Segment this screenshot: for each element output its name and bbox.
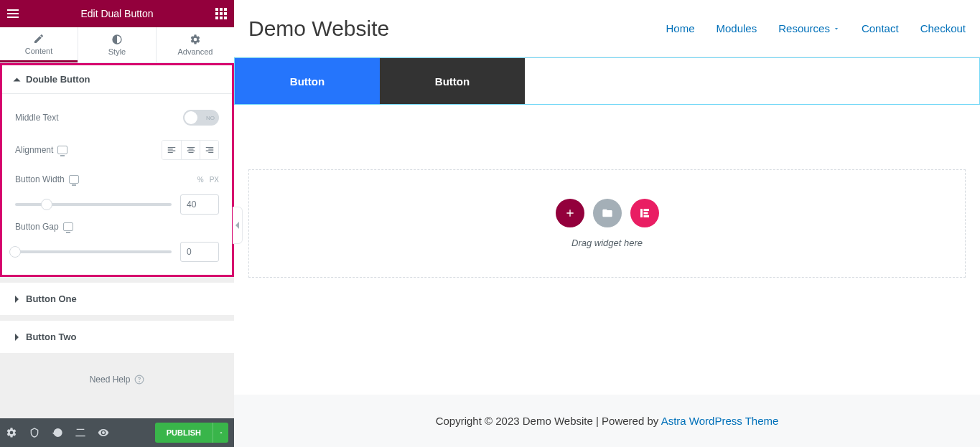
dual-button-widget[interactable]: Button Button (234, 57, 980, 105)
device-icon[interactable] (57, 146, 67, 154)
editor-tabs: Content Style Advanced (0, 27, 234, 63)
chevron-down-icon (833, 25, 840, 32)
gear-icon (190, 34, 201, 45)
alignment-label: Alignment (15, 145, 67, 155)
tab-content[interactable]: Content (0, 27, 78, 62)
footer-theme-link[interactable]: Astra WordPress Theme (661, 415, 779, 427)
button-width-input[interactable] (180, 194, 219, 215)
dual-button-one[interactable]: Button (235, 58, 380, 104)
sidebar-header: Edit Dual Button (0, 0, 234, 27)
settings-icon[interactable] (6, 427, 17, 438)
site-title: Demo Website (248, 17, 389, 41)
site-header: Demo Website Home Modules Resources Cont… (234, 0, 980, 57)
widgets-grid-icon[interactable] (215, 8, 227, 19)
svg-point-1 (139, 382, 140, 382)
pencil-icon (33, 33, 45, 44)
middle-text-toggle[interactable]: NO (183, 110, 219, 126)
responsive-icon[interactable] (75, 427, 86, 438)
contrast-icon (111, 34, 123, 45)
tab-style[interactable]: Style (78, 27, 156, 62)
section-header-double-button[interactable]: Double Button (2, 65, 232, 94)
align-right-button[interactable] (200, 141, 218, 159)
empty-section-dropzone[interactable]: Drag widget here (248, 169, 966, 278)
drop-hint-text: Drag widget here (571, 237, 643, 248)
nav-link-home[interactable]: Home (666, 22, 695, 34)
unit-percent-icon[interactable]: % (197, 176, 204, 184)
editor-sidebar: Edit Dual Button Content Style Advanced … (0, 0, 234, 447)
unit-px[interactable]: PX (210, 176, 219, 184)
publish-button[interactable]: PUBLISH (155, 423, 213, 443)
button-gap-slider[interactable] (15, 250, 172, 253)
primary-nav: Home Modules Resources Contact Checkout (666, 22, 966, 34)
chevron-right-icon (15, 296, 19, 303)
template-library-button[interactable] (593, 199, 622, 227)
site-footer: Copyright © 2023 Demo Website | Powered … (234, 395, 980, 447)
nav-link-resources[interactable]: Resources (778, 22, 840, 34)
tab-advanced[interactable]: Advanced (157, 27, 234, 62)
need-help-link[interactable]: Need Help (0, 353, 234, 406)
preview-icon[interactable] (98, 427, 109, 438)
nav-link-contact[interactable]: Contact (862, 22, 899, 34)
chevron-down-icon (14, 77, 21, 81)
device-icon[interactable] (69, 175, 79, 184)
publish-options-button[interactable] (213, 423, 228, 443)
ek-icon (638, 207, 651, 220)
sidebar-title: Edit Dual Button (19, 8, 215, 19)
button-width-label: Button Width (15, 174, 79, 184)
device-icon[interactable] (63, 222, 73, 231)
plus-icon (564, 207, 576, 219)
menu-icon[interactable] (7, 9, 19, 18)
middle-text-label: Middle Text (15, 113, 58, 123)
nav-link-checkout[interactable]: Checkout (920, 22, 966, 34)
elementskit-button[interactable] (630, 199, 659, 227)
history-icon[interactable] (52, 427, 63, 438)
section-header-button-one[interactable]: Button One (2, 285, 232, 313)
dual-button-two[interactable]: Button (380, 58, 525, 104)
preview-canvas: Demo Website Home Modules Resources Cont… (234, 0, 980, 447)
section-header-button-two[interactable]: Button Two (2, 323, 232, 351)
add-section-button[interactable] (556, 199, 584, 227)
folder-icon (602, 207, 613, 219)
button-width-slider[interactable] (15, 203, 172, 206)
button-gap-label: Button Gap (15, 222, 73, 232)
navigator-icon[interactable] (29, 427, 40, 438)
section-double-button: Double Button Middle Text NO Alignment (0, 63, 234, 277)
alignment-group (162, 140, 219, 160)
help-icon (134, 375, 144, 385)
nav-link-modules[interactable]: Modules (717, 22, 757, 34)
chevron-right-icon (15, 334, 19, 341)
button-gap-input[interactable] (180, 242, 219, 262)
align-center-button[interactable] (181, 141, 200, 159)
sidebar-footer: PUBLISH (0, 418, 234, 447)
align-left-button[interactable] (162, 141, 181, 159)
